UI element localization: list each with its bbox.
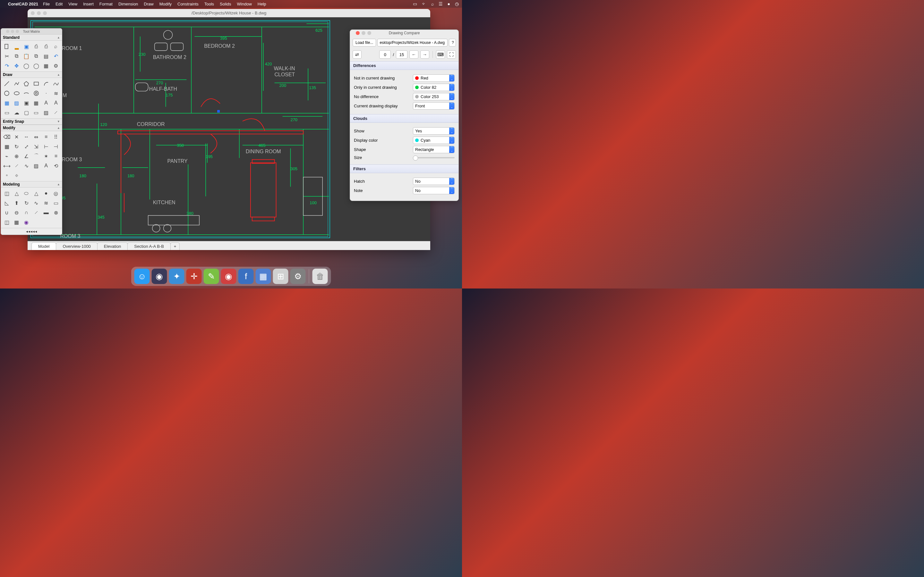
menu-insert[interactable]: Insert — [83, 2, 94, 6]
zoom-icon[interactable]: ◯ — [32, 61, 40, 70]
torus-icon[interactable]: ◎ — [52, 189, 60, 197]
trim-icon[interactable]: ⊢ — [42, 142, 50, 151]
find-icon[interactable]: ⌕ — [52, 42, 60, 51]
nav-keyboard-icon[interactable]: ⌨ — [436, 50, 445, 59]
help-button[interactable]: ? — [449, 39, 456, 47]
tab-add[interactable]: + — [170, 242, 180, 250]
dock-app6-icon[interactable]: ◉ — [221, 269, 236, 284]
arc-icon[interactable] — [42, 79, 50, 88]
user-icon[interactable]: ● — [447, 1, 450, 6]
app-name[interactable]: CorelCAD 2021 — [8, 2, 38, 6]
menu-modify[interactable]: Modify — [160, 2, 172, 6]
diff-none-select[interactable]: Color 253 — [413, 93, 455, 100]
nav-prev-button[interactable]: ← — [409, 50, 418, 59]
filters-note-select[interactable]: No — [413, 187, 455, 194]
clone-icon[interactable]: ⧉ — [32, 52, 40, 60]
polygon-icon[interactable] — [22, 79, 31, 88]
redo-icon[interactable]: ↷ — [3, 61, 11, 70]
grips-icon[interactable]: ▫ — [3, 171, 11, 179]
open-icon[interactable]: ▂ — [13, 42, 21, 51]
align-icon[interactable]: ≡ — [52, 152, 60, 160]
edit-spline-icon[interactable]: ∿ — [22, 161, 31, 170]
pattern-icon[interactable]: ⠿ — [52, 133, 60, 141]
tab-elevation[interactable]: Elevation — [97, 242, 128, 250]
new-icon[interactable] — [3, 42, 11, 51]
wedge-icon[interactable]: ◺ — [3, 199, 11, 207]
erase-icon[interactable]: ⌫ — [3, 133, 11, 141]
print-icon[interactable]: ⎙ — [32, 42, 40, 51]
array-icon[interactable]: ▦ — [3, 142, 11, 151]
compare-path[interactable]: esktop/Projects/Witzek House - A.dwg — [377, 39, 447, 47]
dock-app7-icon[interactable]: f — [238, 269, 254, 284]
render-icon[interactable]: ◉ — [22, 218, 31, 226]
break-icon[interactable]: ⌁ — [3, 152, 11, 160]
tm-section-modeling[interactable]: Modeling▲ — [1, 181, 62, 187]
tm-section-modify[interactable]: Modify▲ — [1, 125, 62, 131]
menu-solids[interactable]: Solids — [220, 2, 231, 6]
sphere-icon[interactable]: ● — [42, 189, 50, 197]
ellipse-icon[interactable] — [13, 89, 21, 97]
stretch-icon[interactable]: ⇲ — [32, 142, 40, 151]
drawing-compare-panel[interactable]: Drawing Compare Load file... esktop/Proj… — [350, 29, 459, 201]
tool-matrix-panel[interactable]: Tool Matrix Standard▲ ▂ ▣ ⎙ ⎙ ⌕ ✂ ⧉ 📋 ⧉ … — [1, 28, 62, 235]
3d-icon[interactable]: ◫ — [3, 218, 11, 226]
rotate-icon[interactable]: ↻ — [13, 142, 21, 151]
union-icon[interactable]: ∪ — [3, 208, 11, 217]
wifi-icon[interactable]: ᯤ — [422, 1, 426, 6]
tm-section-draw[interactable]: Draw▲ — [1, 71, 62, 78]
print-preview-icon[interactable]: ⎙ — [42, 42, 50, 51]
dock-corelcad-icon[interactable]: ✛ — [186, 269, 202, 284]
extend-icon[interactable]: ⊣ — [52, 142, 60, 151]
load-file-button[interactable]: Load file... — [352, 39, 376, 47]
control-center-icon[interactable]: ☰ — [439, 1, 443, 6]
edit-polyline-icon[interactable]: ⟋ — [13, 161, 21, 170]
mask-icon[interactable]: ▢ — [22, 108, 31, 117]
battery-icon[interactable]: ▭ — [413, 1, 417, 6]
paste-icon[interactable]: 📋 — [22, 52, 31, 60]
slice-icon[interactable]: ⟋ — [32, 208, 40, 217]
dock-app5-icon[interactable]: ✎ — [204, 269, 219, 284]
polyline-icon[interactable] — [13, 79, 21, 88]
edit-hatch-icon[interactable]: ▨ — [32, 161, 40, 170]
tab-overview[interactable]: Overview-1000 — [56, 242, 97, 250]
match-icon[interactable]: ⟐ — [13, 171, 21, 179]
interfere-icon[interactable]: ⊗ — [52, 208, 60, 217]
menu-format[interactable]: Format — [99, 2, 113, 6]
text-icon[interactable]: A — [42, 99, 50, 107]
properties-icon[interactable]: ▤ — [42, 52, 50, 60]
gradient-icon[interactable]: ▨ — [13, 99, 21, 107]
diff-not-in-select[interactable]: Red — [413, 74, 455, 82]
menu-file[interactable]: File — [43, 2, 50, 6]
cylinder-icon[interactable]: ⬭ — [22, 189, 31, 197]
nav-current[interactable]: 0 — [379, 50, 391, 59]
mesh-icon[interactable]: ▦ — [13, 218, 21, 226]
line-icon[interactable] — [3, 79, 11, 88]
menu-tools[interactable]: Tools — [204, 2, 214, 6]
clouds-color-select[interactable]: Cyan — [413, 137, 455, 144]
dock-app8-icon[interactable]: ▦ — [256, 269, 271, 284]
lengthen-icon[interactable]: ⟷ — [3, 161, 11, 170]
edit-text-icon[interactable]: A — [42, 161, 50, 170]
join-icon[interactable]: ⊕ — [13, 152, 21, 160]
dock-settings-icon[interactable]: ⚙ — [290, 269, 306, 284]
mirror-icon[interactable]: ⇔ — [32, 133, 40, 141]
box-icon[interactable]: ◫ — [3, 189, 11, 197]
circle-icon[interactable] — [3, 89, 11, 97]
region-icon[interactable]: ▭ — [3, 108, 11, 117]
clouds-show-select[interactable]: Yes — [413, 127, 455, 135]
menu-constraints[interactable]: Constraints — [178, 2, 199, 6]
scale-icon[interactable]: ⤢ — [22, 142, 31, 151]
tm-section-esnap[interactable]: Entity Snap▼ — [1, 118, 62, 125]
section-icon[interactable]: ▬ — [42, 208, 50, 217]
change-icon[interactable]: ⟲ — [52, 161, 60, 170]
menu-help[interactable]: Help — [258, 2, 266, 6]
menu-view[interactable]: View — [68, 2, 78, 6]
dock-finder-icon[interactable]: ☺ — [134, 269, 150, 284]
wipeout-icon[interactable]: ▨ — [42, 108, 50, 117]
boundary-icon[interactable]: ▭ — [32, 108, 40, 117]
pan-icon[interactable]: ✥ — [13, 61, 21, 70]
copy-icon[interactable]: ⧉ — [13, 52, 21, 60]
tab-model[interactable]: Model — [31, 242, 56, 250]
clock-icon[interactable]: ◷ — [455, 1, 459, 6]
layers-icon[interactable]: ▦ — [42, 61, 50, 70]
